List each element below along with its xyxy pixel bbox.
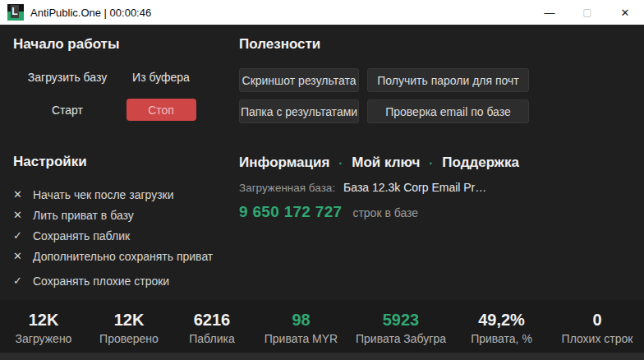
- window-controls: — ▢ ✕: [531, 0, 644, 25]
- utilities-actions: Скриншот результата Получить пароли для …: [239, 68, 529, 123]
- cross-icon: ✕: [13, 209, 33, 221]
- start-button[interactable]: Старт: [47, 100, 88, 120]
- stat-private-myr: 98 Привата MYR: [253, 300, 349, 353]
- stat-loaded: 12K Загружено: [0, 300, 87, 353]
- stat-checked: 12K Проверено: [87, 300, 171, 353]
- check-icon: ✓: [13, 229, 33, 242]
- results-folder-button[interactable]: Папка с результатами: [239, 99, 359, 123]
- get-mail-passwords-button[interactable]: Получить пароли для почт: [367, 68, 529, 92]
- screenshot-result-button[interactable]: Скриншот результата: [239, 68, 359, 92]
- close-icon[interactable]: ✕: [606, 0, 644, 25]
- stat-value: 0: [592, 311, 601, 329]
- stat-public: 6216 Паблика: [171, 300, 253, 353]
- app-logo-letter: L: [11, 5, 19, 18]
- minimize-icon[interactable]: —: [531, 0, 568, 25]
- start-actions: Загрузить базу Из буфера Старт Стоп: [13, 67, 200, 121]
- stat-label: Плохих строк: [562, 332, 633, 345]
- setting-label: Начать чек после загрузки: [33, 188, 174, 201]
- tab-my-key[interactable]: Мой ключ: [352, 155, 420, 171]
- rows-count-label: строк в базе: [352, 206, 418, 219]
- stat-label: Загружено: [16, 332, 72, 345]
- utilities-section-title: Полезности: [239, 36, 320, 53]
- loaded-base-value: База 12.3k Corp Email Pr…: [343, 181, 486, 194]
- stat-label: Паблика: [189, 332, 234, 345]
- stat-value: 12K: [114, 311, 145, 329]
- app-window: L AntiPublic.One | 00:00:46 — ▢ ✕ Начало…: [0, 0, 644, 360]
- footer-strip: [0, 353, 644, 360]
- stat-private-percent: 49,2% Привата, %: [453, 300, 550, 353]
- tab-separator-dot: ·: [338, 156, 343, 170]
- stat-value: 12K: [29, 311, 59, 329]
- stat-label: Привата, %: [471, 332, 532, 345]
- setting-label: Дополнительно сохранять приват: [33, 250, 213, 263]
- cross-icon: ✕: [13, 250, 33, 262]
- load-base-button[interactable]: Загрузить базу: [23, 67, 112, 87]
- from-clipboard-button[interactable]: Из буфера: [127, 67, 195, 87]
- title-bar: L AntiPublic.One | 00:00:46 — ▢ ✕: [0, 0, 644, 25]
- start-section-title: Начало работы: [13, 36, 119, 53]
- main-content: Начало работы Загрузить базу Из буфера С…: [0, 25, 644, 300]
- rows-count-row: 9 650 172 727 строк в базе: [239, 203, 418, 221]
- tab-separator-dot: ·: [429, 156, 433, 170]
- cross-icon: ✕: [13, 188, 33, 201]
- stat-label: Привата Забугра: [356, 332, 446, 345]
- tab-information[interactable]: Информация: [239, 155, 329, 171]
- stat-value: 49,2%: [478, 311, 525, 329]
- setting-label: Сохранять паблик: [33, 229, 130, 242]
- stop-button[interactable]: Стоп: [126, 99, 196, 121]
- stats-bar: 12K Загружено 12K Проверено 6216 Паблика…: [0, 300, 644, 353]
- check-icon: ✓: [13, 275, 33, 287]
- stat-label: Проверено: [99, 332, 159, 345]
- stat-value: 98: [292, 311, 310, 329]
- setting-label: Сохранять плохие строки: [33, 275, 169, 288]
- stat-value: 6216: [194, 311, 231, 329]
- check-email-button[interactable]: Проверка email по базе: [367, 99, 529, 123]
- setting-start-check-after-load[interactable]: ✕ Начать чек после загрузки: [13, 184, 260, 205]
- setting-pour-private-to-base[interactable]: ✕ Лить приват в базу: [13, 205, 260, 225]
- maximize-icon[interactable]: ▢: [568, 0, 606, 25]
- settings-section-title: Настройки: [13, 154, 87, 170]
- setting-label: Лить приват в базу: [33, 209, 134, 222]
- loaded-base-row: Загруженная база: База 12.3k Corp Email …: [239, 181, 486, 194]
- stat-label: Привата MYR: [264, 332, 338, 345]
- app-logo-icon: L: [7, 4, 24, 21]
- setting-additionally-save-private[interactable]: ✕ Дополнительно сохранять приват: [13, 246, 260, 266]
- loaded-base-label: Загруженная база:: [239, 182, 335, 194]
- settings-list: ✕ Начать чек после загрузки ✕ Лить прива…: [13, 184, 260, 291]
- rows-count-value: 9 650 172 727: [239, 203, 342, 221]
- setting-save-public[interactable]: ✓ Сохранять паблик: [13, 225, 260, 246]
- stat-private-foreign: 5923 Привата Забугра: [349, 300, 453, 353]
- setting-save-bad-lines[interactable]: ✓ Сохранять плохие строки: [13, 270, 260, 291]
- window-title: AntiPublic.One | 00:00:46: [30, 7, 151, 19]
- stat-bad-lines: 0 Плохих строк: [550, 300, 644, 353]
- info-tabs: Информация · Мой ключ · Поддержка: [239, 155, 519, 171]
- stat-value: 5923: [383, 311, 420, 329]
- tab-support[interactable]: Поддержка: [442, 155, 519, 171]
